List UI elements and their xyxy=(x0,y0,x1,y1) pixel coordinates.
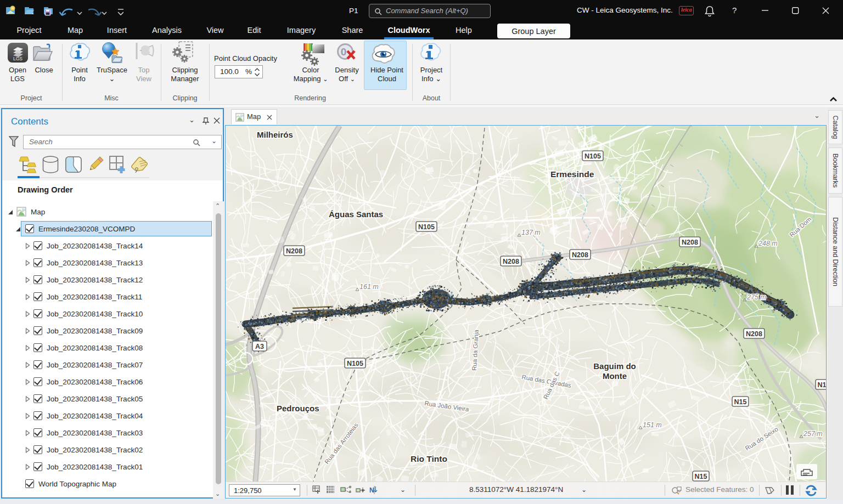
svg-text:N208: N208 xyxy=(746,330,762,338)
svg-text:N208: N208 xyxy=(572,251,588,259)
svg-text:LGS: LGS xyxy=(13,56,23,61)
svg-text:N105: N105 xyxy=(418,223,435,231)
svg-text:N105: N105 xyxy=(347,360,363,367)
svg-text:N208: N208 xyxy=(286,247,302,255)
svg-text:248 m: 248 m xyxy=(758,240,778,247)
svg-text:Monte: Monte xyxy=(603,371,627,381)
svg-text:Rio Tinto: Rio Tinto xyxy=(411,454,447,463)
svg-text:0: 0 xyxy=(341,46,347,58)
svg-text:N15: N15 xyxy=(734,398,747,406)
svg-text:N105: N105 xyxy=(585,152,601,160)
svg-text:N: N xyxy=(369,486,374,494)
svg-text:A3: A3 xyxy=(255,343,264,350)
svg-text:Pedrouços: Pedrouços xyxy=(277,404,319,413)
svg-text:161 m: 161 m xyxy=(359,283,379,291)
svg-text:N15: N15 xyxy=(695,473,707,480)
svg-text:N208: N208 xyxy=(503,258,519,265)
svg-text:N15: N15 xyxy=(818,381,827,389)
svg-text:N208: N208 xyxy=(682,239,698,246)
svg-text:Milheirós: Milheirós xyxy=(257,130,293,139)
svg-text:275 m: 275 m xyxy=(746,293,766,301)
svg-text:257 m: 257 m xyxy=(803,430,823,438)
svg-text:Ermesinde: Ermesinde xyxy=(550,169,594,179)
svg-text:Águas Santas: Águas Santas xyxy=(329,209,383,219)
svg-text:137 m: 137 m xyxy=(521,229,541,236)
svg-text:151 m: 151 m xyxy=(643,421,662,429)
svg-text:Baguim do: Baguim do xyxy=(593,361,636,371)
